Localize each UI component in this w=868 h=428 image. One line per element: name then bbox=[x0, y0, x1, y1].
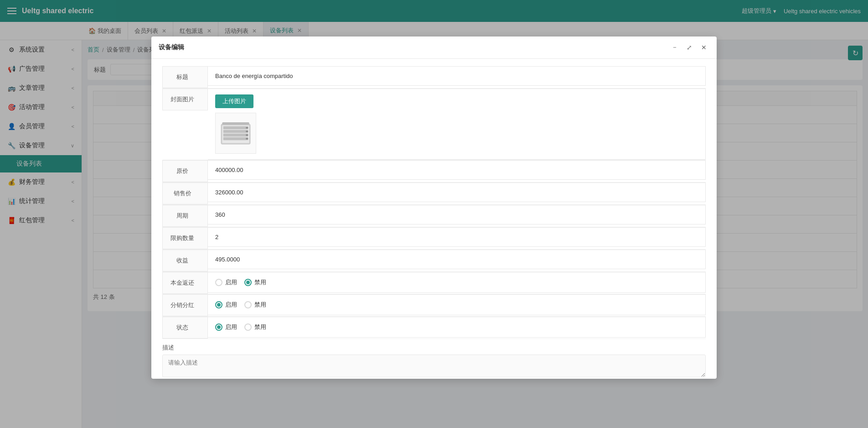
svg-rect-2 bbox=[223, 126, 248, 129]
value-limit bbox=[208, 227, 706, 247]
modal-close-btn[interactable]: ✕ bbox=[698, 42, 709, 53]
svg-rect-4 bbox=[223, 134, 248, 136]
upload-image-btn[interactable]: 上传图片 bbox=[215, 94, 253, 108]
form-row-cover: 封面图片 上传图片 bbox=[162, 89, 706, 160]
label-revenue: 收益 bbox=[162, 250, 208, 271]
edit-modal: 设备编辑 － ⤢ ✕ 标题 封面图片 上传图片 bbox=[151, 37, 717, 379]
disable-label-principal: 禁用 bbox=[254, 278, 266, 287]
radio-circle-status-enable bbox=[215, 324, 222, 331]
svg-rect-7 bbox=[246, 127, 248, 128]
enable-label-dividend: 启用 bbox=[225, 301, 237, 309]
desc-textarea[interactable] bbox=[162, 355, 706, 377]
radio-principal-disable[interactable]: 禁用 bbox=[244, 278, 266, 287]
label-original-price: 原价 bbox=[162, 160, 208, 182]
radio-dividend-enable[interactable]: 启用 bbox=[215, 301, 237, 309]
label-cycle: 周期 bbox=[162, 205, 208, 227]
form-row-original-price: 原价 bbox=[162, 160, 706, 183]
modal-overlay: 设备编辑 － ⤢ ✕ 标题 封面图片 上传图片 bbox=[0, 0, 868, 428]
form-row-sale-price: 销售价 bbox=[162, 183, 706, 205]
radio-circle-principal-enable bbox=[215, 279, 222, 286]
svg-rect-8 bbox=[246, 130, 248, 132]
radio-circle-dividend-enable bbox=[215, 301, 222, 308]
value-status: 启用 禁用 bbox=[208, 317, 706, 338]
image-preview bbox=[215, 113, 256, 154]
modal-title: 设备编辑 bbox=[159, 43, 184, 52]
radio-group-principal: 启用 禁用 bbox=[215, 278, 266, 287]
svg-rect-3 bbox=[223, 130, 248, 133]
form-row-cycle: 周期 bbox=[162, 205, 706, 227]
value-dividend: 启用 禁用 bbox=[208, 294, 706, 315]
radio-status-disable[interactable]: 禁用 bbox=[244, 323, 266, 331]
device-svg bbox=[217, 117, 254, 149]
input-original-price[interactable] bbox=[215, 167, 698, 173]
label-title: 标题 bbox=[162, 66, 208, 88]
input-sale-price[interactable] bbox=[215, 189, 698, 196]
form-row-title: 标题 bbox=[162, 66, 706, 89]
disable-label-status: 禁用 bbox=[254, 323, 266, 331]
label-principal: 本金返还 bbox=[162, 272, 208, 294]
input-title[interactable] bbox=[215, 73, 698, 79]
radio-circle-dividend-disable bbox=[244, 301, 252, 308]
radio-dividend-disable[interactable]: 禁用 bbox=[244, 301, 266, 309]
label-cover: 封面图片 bbox=[162, 89, 208, 110]
radio-status-enable[interactable]: 启用 bbox=[215, 323, 237, 331]
value-cycle bbox=[208, 205, 706, 224]
svg-rect-6 bbox=[222, 122, 249, 125]
form-row-status: 状态 启用 禁用 bbox=[162, 317, 706, 339]
svg-rect-5 bbox=[223, 137, 248, 140]
image-upload-area: 上传图片 bbox=[208, 89, 706, 160]
label-dividend: 分销分红 bbox=[162, 294, 208, 316]
svg-rect-9 bbox=[246, 134, 248, 136]
label-sale-price: 销售价 bbox=[162, 183, 208, 204]
form-row-principal: 本金返还 启用 禁用 bbox=[162, 272, 706, 294]
modal-controls: － ⤢ ✕ bbox=[669, 42, 709, 53]
radio-circle-status-disable bbox=[244, 324, 252, 331]
radio-group-status: 启用 禁用 bbox=[215, 323, 266, 331]
form-row-dividend: 分销分红 启用 禁用 bbox=[162, 294, 706, 317]
modal-maximize-btn[interactable]: ⤢ bbox=[684, 42, 695, 53]
label-limit: 限购数量 bbox=[162, 227, 208, 249]
input-limit[interactable] bbox=[215, 234, 698, 240]
disable-label-dividend: 禁用 bbox=[254, 301, 266, 309]
value-original-price bbox=[208, 160, 706, 180]
form-row-revenue: 收益 bbox=[162, 250, 706, 272]
modal-minimize-btn[interactable]: － bbox=[669, 42, 680, 53]
label-status: 状态 bbox=[162, 317, 208, 339]
modal-body: 标题 封面图片 上传图片 bbox=[151, 59, 717, 379]
enable-label-principal: 启用 bbox=[225, 278, 237, 287]
radio-group-dividend: 启用 禁用 bbox=[215, 301, 266, 309]
enable-label-status: 启用 bbox=[225, 323, 237, 331]
radio-principal-enable[interactable]: 启用 bbox=[215, 278, 237, 287]
radio-circle-principal-disable bbox=[244, 279, 252, 286]
label-description: 描述 bbox=[162, 339, 706, 355]
input-cycle[interactable] bbox=[215, 211, 698, 218]
form-row-limit: 限购数量 bbox=[162, 227, 706, 250]
value-title bbox=[208, 66, 706, 86]
svg-rect-10 bbox=[246, 138, 248, 139]
modal-header: 设备编辑 － ⤢ ✕ bbox=[151, 37, 717, 59]
desc-section: 描述 bbox=[162, 339, 706, 379]
value-sale-price bbox=[208, 183, 706, 202]
input-revenue[interactable] bbox=[215, 256, 698, 263]
value-revenue bbox=[208, 250, 706, 269]
value-principal: 启用 禁用 bbox=[208, 272, 706, 293]
